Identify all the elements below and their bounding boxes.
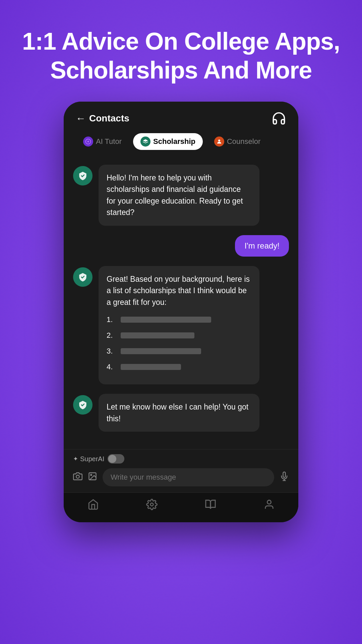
bot-message-3: Let me know how else I can help! You got… (73, 394, 289, 432)
bot-message-1-text: Hello! I'm here to help you with scholar… (107, 173, 243, 217)
user-message-1: I'm ready! (73, 235, 289, 257)
user-message-1-text: I'm ready! (244, 241, 280, 250)
phone-header: ← Contacts (64, 102, 298, 157)
list-bar-2 (121, 332, 194, 338)
svg-point-1 (218, 140, 220, 142)
camera-icon[interactable] (73, 472, 82, 483)
bot-avatar-2 (73, 267, 93, 287)
svg-point-2 (76, 475, 79, 478)
bottom-nav (64, 492, 298, 522)
bot-message-2: Great! Based on your background, here is… (73, 266, 289, 385)
bot-bubble-3: Let me know how else I can help! You got… (99, 394, 259, 432)
page-title: 1:1 Advice On College Apps, Scholarships… (0, 0, 362, 102)
scholarship-list: 1. 2. 3. 4. (107, 314, 251, 372)
profile-nav-icon (263, 499, 275, 513)
settings-nav-icon (146, 499, 158, 513)
input-area: ✦ SuperAI (64, 449, 298, 492)
sparkle-icon: ✦ (73, 455, 78, 463)
phone-screen: ← Contacts (64, 102, 298, 523)
user-bubble-1: I'm ready! (235, 235, 289, 257)
contacts-bar: ← Contacts (76, 111, 286, 126)
bot-bubble-1: Hello! I'm here to help you with scholar… (99, 165, 259, 226)
list-num-1: 1. (107, 314, 116, 325)
svg-point-8 (267, 500, 271, 504)
bot-avatar-3 (73, 395, 93, 415)
tab-bar: AI Tutor Scholarship (76, 133, 286, 157)
book-nav-icon (205, 499, 216, 513)
list-item: 1. (107, 314, 251, 325)
bot-message-1: Hello! I'm here to help you with scholar… (73, 165, 289, 226)
tab-ai-tutor[interactable]: AI Tutor (76, 133, 129, 150)
svg-point-7 (150, 503, 153, 506)
headphone-icon[interactable] (272, 111, 286, 126)
list-bar-3 (121, 348, 201, 354)
message-input-row (73, 468, 289, 486)
back-arrow-icon: ← (76, 113, 86, 124)
super-ai-toggle-switch[interactable] (108, 454, 124, 464)
bot-bubble-2: Great! Based on your background, here is… (99, 266, 259, 385)
nav-item-library[interactable] (205, 499, 216, 513)
ai-tutor-label: AI Tutor (96, 137, 122, 146)
list-item: 3. (107, 345, 251, 357)
nav-item-profile[interactable] (263, 499, 275, 513)
bot-message-2-text: Great! Based on your background, here is… (107, 275, 250, 307)
bot-message-3-text: Let me know how else I can help! You got… (107, 402, 248, 423)
list-bar-1 (121, 317, 211, 323)
super-ai-text: SuperAI (80, 455, 104, 463)
list-num-3: 3. (107, 345, 116, 357)
phone-mockup: ← Contacts (0, 102, 362, 523)
super-ai-label: ✦ SuperAI (73, 455, 104, 463)
contacts-label: Contacts (89, 113, 129, 124)
counselor-icon (214, 137, 224, 147)
image-icon[interactable] (88, 472, 97, 483)
tab-scholarship[interactable]: Scholarship (133, 133, 203, 150)
chat-area: Hello! I'm here to help you with scholar… (64, 157, 298, 449)
microphone-icon[interactable] (280, 472, 289, 483)
list-bar-4 (121, 364, 181, 370)
toggle-knob (108, 455, 116, 463)
bot-avatar-1 (73, 166, 93, 185)
nav-item-settings[interactable] (146, 499, 158, 513)
scholarship-label: Scholarship (153, 137, 195, 146)
back-button[interactable]: ← Contacts (76, 113, 129, 124)
list-num-4: 4. (107, 361, 116, 372)
home-nav-icon (87, 499, 99, 513)
svg-point-4 (90, 474, 92, 476)
super-ai-toggle-row: ✦ SuperAI (73, 454, 289, 464)
tab-counselor[interactable]: Counselor (207, 133, 268, 150)
message-input[interactable] (103, 468, 274, 486)
scholarship-icon (140, 137, 150, 147)
ai-tutor-icon (83, 137, 93, 147)
list-item: 4. (107, 361, 251, 372)
list-item: 2. (107, 330, 251, 341)
counselor-label: Counselor (227, 137, 260, 146)
list-num-2: 2. (107, 330, 116, 341)
nav-item-home[interactable] (87, 499, 99, 513)
